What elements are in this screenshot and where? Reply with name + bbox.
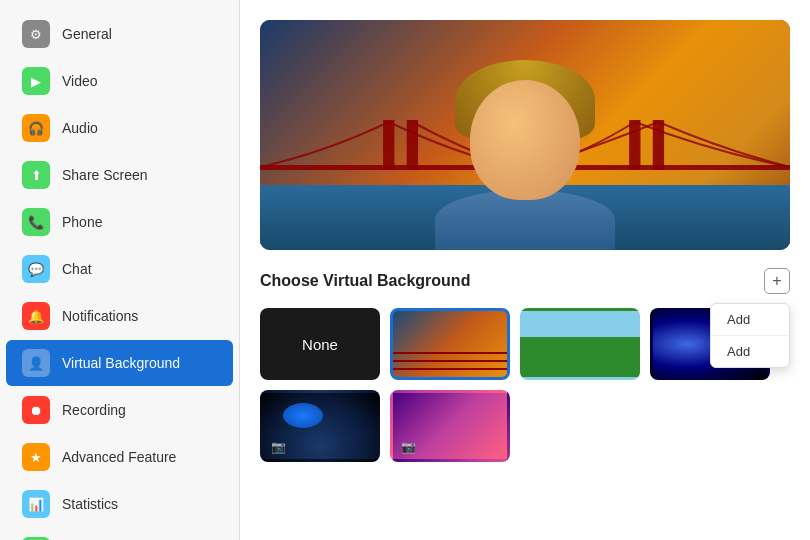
sidebar-label-recording: Recording: [62, 402, 126, 418]
sidebar-item-advanced-feature[interactable]: ★ Advanced Feature: [6, 434, 233, 480]
sidebar-item-chat[interactable]: 💬 Chat: [6, 246, 233, 292]
sidebar-label-statistics: Statistics: [62, 496, 118, 512]
preview-container: [260, 20, 790, 250]
sidebar-label-video: Video: [62, 73, 98, 89]
bg-thumb-grass[interactable]: [520, 308, 640, 380]
sidebar-item-video[interactable]: ▶ Video: [6, 58, 233, 104]
sidebar-label-phone: Phone: [62, 214, 102, 230]
bg-thumb-earth[interactable]: 📷: [260, 390, 380, 462]
sidebar-label-virtual-background: Virtual Background: [62, 355, 180, 371]
share-screen-icon: ⬆: [22, 161, 50, 189]
sidebar-label-advanced-feature: Advanced Feature: [62, 449, 176, 465]
virtual-background-icon: 👤: [22, 349, 50, 377]
sidebar: ⚙ General ▶ Video 🎧 Audio ⬆ Share Screen…: [0, 0, 240, 540]
add-dropdown: AddAdd: [710, 303, 790, 368]
chat-icon: 💬: [22, 255, 50, 283]
hair-graphic: [455, 60, 595, 140]
advanced-feature-icon: ★: [22, 443, 50, 471]
bg-thumb-purple[interactable]: 📷: [390, 390, 510, 462]
sidebar-item-notifications[interactable]: 🔔 Notifications: [6, 293, 233, 339]
statistics-icon: 📊: [22, 490, 50, 518]
recording-icon: ⏺: [22, 396, 50, 424]
svg-rect-4: [653, 120, 664, 170]
svg-rect-1: [383, 120, 394, 170]
section-header: Choose Virtual Background + AddAdd: [260, 268, 790, 294]
sidebar-label-general: General: [62, 26, 112, 42]
sidebar-item-recording[interactable]: ⏺ Recording: [6, 387, 233, 433]
sidebar-item-statistics[interactable]: 📊 Statistics: [6, 481, 233, 527]
sidebar-label-chat: Chat: [62, 261, 92, 277]
dropdown-add-image[interactable]: Add: [711, 304, 789, 336]
sidebar-item-general[interactable]: ⚙ General: [6, 11, 233, 57]
video-icon: ▶: [22, 67, 50, 95]
audio-icon: 🎧: [22, 114, 50, 142]
bg-thumb-none[interactable]: None: [260, 308, 380, 380]
sidebar-label-audio: Audio: [62, 120, 98, 136]
video-cam-icon-purple: 📷: [401, 440, 416, 454]
bg-thumb-golden-gate[interactable]: [390, 308, 510, 380]
person-preview: [415, 20, 635, 250]
sidebar-label-notifications: Notifications: [62, 308, 138, 324]
plus-icon: +: [772, 272, 781, 290]
sidebar-label-share-screen: Share Screen: [62, 167, 148, 183]
sidebar-item-audio[interactable]: 🎧 Audio: [6, 105, 233, 151]
sidebar-item-feedback[interactable]: ✉ Feedback: [6, 528, 233, 540]
dropdown-add-video[interactable]: Add: [711, 336, 789, 367]
notifications-icon: 🔔: [22, 302, 50, 330]
none-label: None: [302, 336, 338, 353]
sidebar-item-phone[interactable]: 📞 Phone: [6, 199, 233, 245]
general-icon: ⚙: [22, 20, 50, 48]
section-title: Choose Virtual Background: [260, 272, 470, 290]
sidebar-item-share-screen[interactable]: ⬆ Share Screen: [6, 152, 233, 198]
phone-icon: 📞: [22, 208, 50, 236]
add-background-button[interactable]: +: [764, 268, 790, 294]
main-content: Choose Virtual Background + AddAdd None📷…: [240, 0, 810, 540]
video-cam-icon-earth: 📷: [271, 440, 286, 454]
face-graphic: [470, 80, 580, 200]
sidebar-item-virtual-background[interactable]: 👤 Virtual Background: [6, 340, 233, 386]
